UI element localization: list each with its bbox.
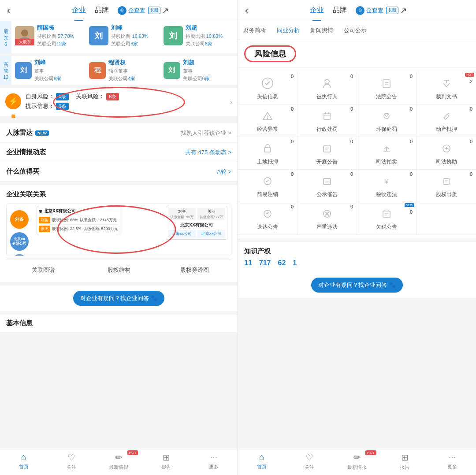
left-follow-icon: ♡ <box>67 452 75 463</box>
divider-1 <box>0 85 238 88</box>
risk-item-serious[interactable]: 0 严重违法 <box>298 202 357 235</box>
risk-item-cancel[interactable]: 0 简易注销 <box>238 170 298 202</box>
auction-count: 0 <box>410 139 413 144</box>
svg-rect-18 <box>324 178 331 185</box>
right-nav-report[interactable]: ⊞ 报告 <box>381 452 428 471</box>
renmai-row[interactable]: 人脉雷达 NEW 找熟人引荐该企业 > <box>0 123 238 143</box>
svg-text:¥: ¥ <box>384 178 388 185</box>
risk-item-tax[interactable]: 0 ¥ 税收违法 <box>357 170 416 202</box>
left-changtu-badge: 长图 <box>148 7 160 14</box>
right-report-label: 报告 <box>400 464 409 471</box>
shareholder-liu-feng[interactable]: 刘 刘峰 持股比例 16.63% 关联公司8家 <box>89 24 160 47</box>
risk-scanner[interactable]: ⚡ 风险扫描 自身风险： 0条 关联风险： 6条 <box>0 88 238 116</box>
delivery-count: 0 <box>291 204 294 209</box>
left-nav-home[interactable]: ⌂ 首页 <box>0 452 48 471</box>
left-back-button[interactable]: ‹ <box>7 5 10 15</box>
sub-tab-finance[interactable]: 财务简析 <box>238 25 271 36</box>
risk-item-abnormal[interactable]: 0 经营异常 <box>238 104 298 137</box>
tab-through[interactable]: 股权穿透图 <box>157 263 231 277</box>
abnormal-label: 经营异常 <box>257 126 278 133</box>
risk-item-tax-owe[interactable]: NEW 0 欠税公告 <box>357 202 416 235</box>
right-share-icon[interactable]: ↗ <box>400 6 407 15</box>
risk-item-judgment[interactable]: HOT 2 裁判文书 <box>416 72 476 104</box>
left-chat-bubble[interactable]: 对企业有疑问？找企业问答 🐾 <box>73 291 165 306</box>
worth-row[interactable]: 什么值得买 A轮 > <box>0 162 238 182</box>
right-tab-enterprise[interactable]: 企业 <box>310 6 324 15</box>
left-news-icon: ✏ <box>115 452 123 463</box>
risk-item-hearing[interactable]: 0 开庭公告 <box>298 137 357 170</box>
risk-item-admin[interactable]: 0 行政处罚 <box>298 104 357 137</box>
sub-tab-public[interactable]: 公司公示 <box>338 25 372 36</box>
exec-cheng[interactable]: 程 程贤权 独立董事 关联公司4家 <box>89 59 160 82</box>
risk-item-shixin[interactable]: 0 失信信息 <box>238 72 298 104</box>
cancel-icon <box>260 173 275 189</box>
left-nav-report[interactable]: ⊞ 报告 <box>142 452 190 471</box>
shareholders-label: 股 东 6 <box>0 21 11 53</box>
exec-liu-feng[interactable]: 刘 刘峰 董事 关联公司8家 <box>15 59 86 82</box>
risk-title: 风险信息 <box>244 45 296 62</box>
cancel-count: 0 <box>291 171 294 177</box>
know-num-3: 62 <box>278 259 286 267</box>
risk-title-section: 风险信息 <box>238 40 476 67</box>
delivery-label: 送达公告 <box>257 223 278 231</box>
sub-tab-news[interactable]: 新闻舆情 <box>305 25 338 36</box>
tax-owe-count: 0 <box>410 209 413 215</box>
right-nav-news[interactable]: ✏ HOT 最新情报 <box>333 452 381 471</box>
left-share-icon[interactable]: ↗ <box>162 6 169 15</box>
risk-item-auction[interactable]: 0 司法拍卖 <box>357 137 416 170</box>
risk-item-env[interactable]: 0 环保处罚 <box>357 104 416 137</box>
judgment-count: 2 <box>470 79 472 84</box>
shareholder-sui[interactable]: 大股东 隋国栋 持股比例 57.78% 关联公司12家 <box>15 24 86 47</box>
intel-row[interactable]: 企业情报动态 共有 475 条动态 > <box>0 143 238 162</box>
right-tab-brand[interactable]: 品牌 <box>333 6 347 15</box>
exec-liu-detail: 董事 关联公司8家 <box>34 67 86 82</box>
exec-liu-avatar: 刘 <box>15 62 32 79</box>
right-back-button[interactable]: ‹ <box>245 5 248 15</box>
shareholder-chao-info: 刘超 持股比例 10.63% 关联公司6家 <box>186 24 234 47</box>
hearing-icon <box>319 141 335 156</box>
risk-item-equity[interactable]: 0 股权出质 <box>416 170 476 202</box>
notice-count: 0 <box>350 171 353 177</box>
right-more-icon: ··· <box>449 452 456 462</box>
exec-cheng-info: 程贤权 独立董事 关联公司4家 <box>108 59 160 82</box>
right-chat-bubble[interactable]: 对企业有疑问？找企业问答 🐾 <box>311 278 403 293</box>
left-tab-brand[interactable]: 品牌 <box>95 6 109 15</box>
shareholder-liu-chao[interactable]: 刘 刘超 持股比例 10.63% 关联公司6家 <box>164 24 234 47</box>
left-logo: © 企查查 长图 ↗ <box>118 6 169 15</box>
left-nav-follow[interactable]: ♡ 关注 <box>48 452 95 471</box>
left-header-tabs: 企业 品牌 © 企查查 长图 ↗ <box>10 6 231 15</box>
equity-count: 0 <box>470 171 472 177</box>
tab-graph[interactable]: 关联图谱 <box>6 263 80 277</box>
exec-liu-chao[interactable]: 刘 刘超 董事 关联公司6家 <box>164 59 234 82</box>
shareholders-content: 大股东 隋国栋 持股比例 57.78% 关联公司12家 刘 <box>11 21 238 53</box>
right-nav-more[interactable]: ··· 更多 <box>428 452 476 471</box>
right-nav-home[interactable]: ⌂ 首页 <box>238 452 286 471</box>
risk-item-delivery[interactable]: 0 送达公告 <box>238 202 298 235</box>
know-count-3: 62 <box>278 259 286 267</box>
left-nav-more[interactable]: ··· 更多 <box>190 452 238 471</box>
tab-equity[interactable]: 股权结构 <box>82 263 156 277</box>
executives-section: 高 管 13 刘 刘峰 董事 关联公司8家 <box>0 56 238 85</box>
risk-item-court[interactable]: 0 法院公告 <box>357 72 416 104</box>
risk-item-notice[interactable]: 0 公示催告 <box>298 170 357 202</box>
sub-tab-industry[interactable]: 同业分析 <box>271 25 305 36</box>
risk-item-judicial[interactable]: 0 司法协助 <box>416 137 476 170</box>
right-home-icon: ⌂ <box>259 452 264 462</box>
right-panel: ‹ 企业 品牌 © 企查查 长图 ↗ 财务简析 同业分析 新闻舆情 公司公示 风… <box>238 0 476 475</box>
risk-item-zhixing[interactable]: 0 被执行人 <box>298 72 357 104</box>
left-tab-enterprise[interactable]: 企业 <box>72 6 86 15</box>
svg-rect-25 <box>383 211 390 217</box>
worth-title: 什么值得买 <box>6 167 39 176</box>
shixin-label: 失信信息 <box>257 93 278 100</box>
shareholder-chao-detail: 持股比例 10.63% 关联公司6家 <box>186 33 234 47</box>
left-nav-news[interactable]: ✏ HOT 最新情报 <box>95 452 143 471</box>
risk-item-land[interactable]: 0 土地抵押 <box>238 137 298 170</box>
auction-icon <box>379 141 394 156</box>
shareholders-section: 股 东 6 <box>0 21 238 53</box>
right-nav-follow[interactable]: ♡ 关注 <box>286 452 333 471</box>
risk-item-chattel[interactable]: 0 动产抵押 <box>416 104 476 137</box>
gr-header: 对备 认缴金额: xx万 关羽 认缴金额: xx万 <box>168 208 225 220</box>
chattel-icon <box>439 108 454 124</box>
gr-bottom-1: 上海xx公司 <box>168 230 196 238</box>
env-label: 环保处罚 <box>376 126 397 133</box>
